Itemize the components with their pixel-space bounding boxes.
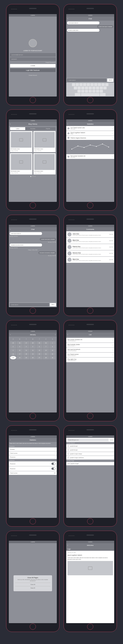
search-input[interactable]: GraphicBurger.com bbox=[67, 439, 109, 441]
calendar-day[interactable]: 4 bbox=[23, 345, 29, 348]
calendar-day[interactable]: 18 bbox=[23, 352, 29, 356]
calendar-day[interactable]: 28 bbox=[43, 356, 49, 359]
back-icon[interactable]: ‹ bbox=[67, 18, 68, 20]
create-account-link[interactable]: Create Account bbox=[10, 75, 56, 76]
calendar-day[interactable]: 2 bbox=[10, 345, 16, 348]
calendar-day[interactable]: 26 bbox=[17, 341, 23, 344]
back-icon[interactable]: ‹ bbox=[67, 123, 68, 125]
list-row[interactable]: Non posse honeste viviFashion ★★★★☆› bbox=[66, 338, 114, 342]
next-icon[interactable]: › bbox=[55, 334, 56, 336]
calendar-day[interactable]: 16 bbox=[10, 352, 16, 356]
calendar-day[interactable]: 3 bbox=[17, 345, 23, 348]
password-field[interactable]: password bbox=[10, 58, 56, 61]
keep-all-button[interactable]: Keep All bbox=[15, 586, 51, 590]
chat-input[interactable]: Lorem ipsum bbox=[10, 303, 49, 306]
comment-row[interactable]: John DoeLorem ipsum dolor sit lorem ipsu… bbox=[66, 231, 114, 238]
calendar-day[interactable]: 25 bbox=[23, 356, 29, 359]
blog-card[interactable]: Nisi honeste vivaturToday, 5:00 PM bbox=[10, 131, 32, 152]
calendar-day[interactable]: 25 bbox=[10, 341, 16, 344]
search-result[interactable]: graphicburger bbox=[66, 444, 114, 448]
setting-row[interactable]: Honeste› bbox=[9, 448, 57, 451]
keyboard[interactable] bbox=[66, 82, 114, 96]
calendar-day[interactable]: 17 bbox=[17, 352, 23, 356]
search-result[interactable]: graphicburger bbox=[66, 448, 114, 452]
calendar-day[interactable]: 14 bbox=[43, 349, 49, 352]
logo: Logo bbox=[66, 547, 114, 551]
stat-row[interactable]: Quod cognitum habentPublic⌄ bbox=[66, 131, 114, 136]
calendar-day[interactable]: 20 bbox=[36, 352, 42, 356]
calendar-day[interactable]: 6 bbox=[36, 345, 42, 348]
cancel-button[interactable]: Cancel bbox=[109, 439, 113, 440]
prev-icon[interactable]: ‹ bbox=[10, 334, 11, 336]
calendar-day[interactable]: 29 bbox=[49, 356, 56, 359]
stat-row[interactable]: Patrick magna dissensio⌃ bbox=[66, 136, 114, 140]
setting-toggle[interactable]: Possezon bbox=[9, 461, 57, 466]
blog-card[interactable]: Nisi honeste vivaturToday, 5:00 PM bbox=[33, 131, 56, 152]
calendar-day[interactable]: 26 bbox=[30, 356, 36, 359]
calendar-dates[interactable]: 2526272829301234567891011121314151617181… bbox=[10, 341, 56, 359]
back-icon[interactable]: ‹ bbox=[67, 334, 68, 336]
search-icon bbox=[67, 457, 69, 458]
tab-favorites[interactable]: Favorites bbox=[25, 127, 40, 130]
calendar-day[interactable]: 27 bbox=[36, 356, 42, 359]
find-on-page[interactable]: Find "graphic burger" bbox=[66, 462, 114, 465]
setting-row[interactable]: Possezon› bbox=[9, 455, 57, 459]
comment-row[interactable]: Patrick DoeLorem ipsum dolor sit lorem i… bbox=[66, 244, 114, 250]
calendar-day[interactable]: 8 bbox=[49, 345, 56, 348]
back-icon[interactable]: ‹ bbox=[10, 123, 11, 125]
stat-row[interactable]: Cui Tubuli nomen odioRecurring⌄ bbox=[66, 126, 114, 131]
back-icon[interactable]: ‹ bbox=[67, 544, 68, 546]
back-icon[interactable]: ‹ bbox=[10, 228, 11, 230]
toggle-on[interactable] bbox=[51, 468, 56, 470]
calendar-day[interactable]: 23 bbox=[10, 356, 16, 359]
calendar-day[interactable]: 12 bbox=[30, 349, 36, 352]
blog-card[interactable]: Nisi honeste vivaturToday, 5:00 PM bbox=[10, 153, 32, 174]
forgot-link[interactable]: Forgot Password? bbox=[10, 62, 56, 63]
calendar-day[interactable]: 24 bbox=[17, 356, 23, 359]
comment-row[interactable]: Simone DoeLorem ipsum dolor sit lorem ip… bbox=[66, 250, 114, 256]
description: Swipe down to enim totatis unde enim ist… bbox=[9, 442, 57, 445]
send-button[interactable]: Send bbox=[50, 303, 56, 306]
calendar-day[interactable]: 11 bbox=[23, 349, 29, 352]
calendar-day[interactable]: 29 bbox=[36, 341, 42, 344]
phone-chat: 0:00PM ‹Chat Lorem ipsum dolor sitMonday… bbox=[6, 215, 59, 316]
list-row[interactable]: Piso igitur hocFashion ★★★★☆› bbox=[66, 358, 114, 362]
setting-row[interactable]: Tubuli nomen› bbox=[9, 451, 57, 455]
setting-toggle[interactable]: Tubuli nomenOff bbox=[9, 471, 57, 475]
comment-row[interactable]: Mark DoeLorem ipsum dolor sit lorem ipsu… bbox=[66, 238, 114, 244]
calendar-day[interactable]: 21 bbox=[43, 352, 49, 356]
calendar-day[interactable]: 5 bbox=[30, 345, 36, 348]
login-button[interactable]: LOGIN bbox=[10, 64, 56, 68]
calendar-day[interactable]: 27 bbox=[23, 341, 29, 344]
calendar-day[interactable]: 10 bbox=[17, 349, 23, 352]
list-row[interactable]: Nisi honeste vivaturFashion ★★★☆☆› bbox=[66, 343, 114, 348]
search-icon bbox=[67, 449, 69, 451]
email-field[interactable]: youremail@mail.com bbox=[10, 53, 56, 56]
calendar-day[interactable]: 1 bbox=[49, 341, 56, 344]
tab-latest[interactable]: Latest bbox=[10, 127, 25, 130]
calendar-day[interactable]: 22 bbox=[49, 352, 56, 356]
setting-toggle[interactable]: Possezon bbox=[9, 466, 57, 471]
comment-row[interactable]: Mark DoeLorem ipsum dolor sit lorem ipsu… bbox=[66, 257, 114, 263]
stat-row[interactable]: Non posse honeste viviRecurring⌄ bbox=[66, 154, 114, 159]
search-result[interactable]: graphic burger design bbox=[66, 452, 114, 456]
chat-input[interactable]: Lorem ipsum bbox=[67, 78, 106, 82]
toggle-on[interactable] bbox=[51, 462, 56, 465]
calendar-day[interactable]: 28 bbox=[30, 341, 36, 344]
send-button[interactable]: Send bbox=[107, 78, 113, 82]
calendar-day[interactable]: 19 bbox=[30, 352, 36, 356]
calendar-day[interactable]: 13 bbox=[36, 349, 42, 352]
blog-card[interactable]: Nisi honeste vivaturToday, 5:00 PM bbox=[33, 153, 56, 174]
calendar-day[interactable]: 9 bbox=[10, 349, 16, 352]
back-icon[interactable]: ‹ bbox=[10, 439, 11, 441]
close-all-button[interactable]: Close All bbox=[15, 583, 51, 586]
tab-popular[interactable]: Popular bbox=[40, 127, 56, 130]
search-result[interactable]: graphic burger wireframe bbox=[66, 456, 114, 460]
facebook-button[interactable]: Login With Facebook bbox=[10, 68, 56, 72]
calendar-day[interactable]: 15 bbox=[49, 349, 56, 352]
list-row[interactable]: Cui Tubuli nomenFashion ★★★★☆› bbox=[66, 352, 114, 357]
calendar-day[interactable]: 30 bbox=[43, 341, 49, 344]
back-icon[interactable]: ‹ bbox=[67, 228, 68, 230]
list-row[interactable]: Sed quod proximumFashion ★★★★★› bbox=[66, 348, 114, 352]
calendar-day[interactable]: 7 bbox=[43, 345, 49, 348]
